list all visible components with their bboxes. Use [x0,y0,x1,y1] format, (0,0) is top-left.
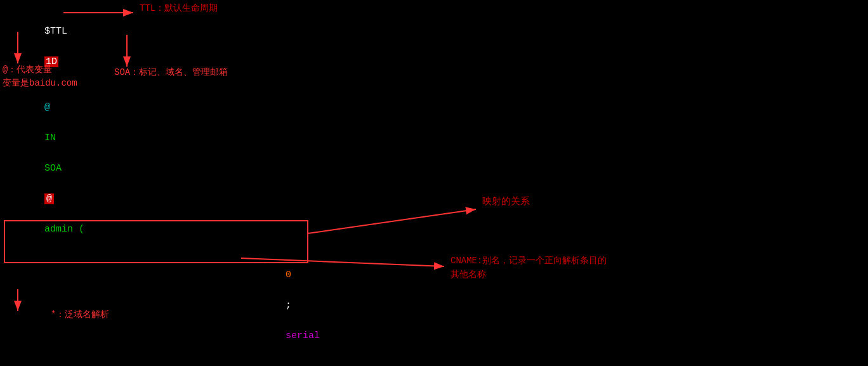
ttl-label: $TTL [44,26,67,37]
serial-semicolon: ; [286,300,291,311]
serial-comment: serial [286,330,320,341]
soa-keyword: SOA [44,163,62,174]
at-symbol: @ [44,102,50,113]
refresh-line: 1D ; refresh [10,359,858,366]
serial-line: 0 ; serial [10,252,858,359]
ttl-line: $TTL 1D [10,9,858,85]
at-red: @ [44,193,54,204]
soa-line: @ IN SOA @ admin ( [10,85,858,252]
ttl-value: 1D [44,56,58,67]
in-keyword: IN [44,133,56,143]
admin-label: admin ( [44,224,84,235]
terminal: $TTL 1D @ IN SOA @ admin ( 0 ; serial 1D [0,0,868,366]
serial-val: 0 [286,270,291,280]
